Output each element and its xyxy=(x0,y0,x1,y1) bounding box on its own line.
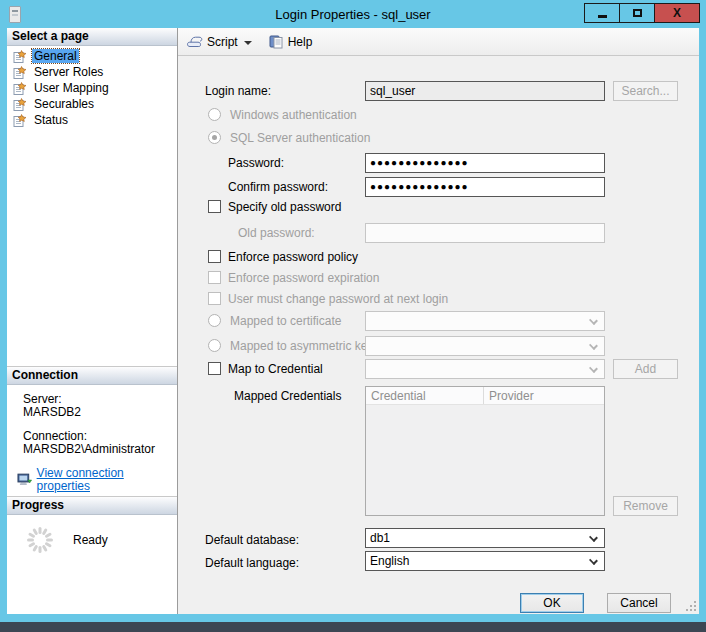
progress-header: Progress xyxy=(7,497,177,515)
login-properties-window: Login Properties - sql_user X Select a p… xyxy=(0,0,706,627)
default-database-combo[interactable]: db1 xyxy=(365,528,605,548)
default-database-label: Default database: xyxy=(205,533,299,547)
chevron-down-icon xyxy=(589,364,598,373)
progress-spinner-icon xyxy=(25,525,55,555)
add-button[interactable]: Add xyxy=(613,359,678,379)
ok-button[interactable]: OK xyxy=(520,593,584,613)
provider-column-header[interactable]: Provider xyxy=(484,387,604,404)
progress-status: Ready xyxy=(73,533,108,547)
cancel-button[interactable]: Cancel xyxy=(607,593,671,613)
main-panel: Script Help Login name: sql_user Search.… xyxy=(178,28,699,614)
script-dropdown-icon[interactable] xyxy=(244,41,252,45)
resize-grip[interactable] xyxy=(684,599,696,611)
script-icon xyxy=(186,35,203,49)
help-label: Help xyxy=(288,35,313,49)
view-connection-properties-link[interactable]: View connection properties xyxy=(37,467,177,493)
toolbar: Script Help xyxy=(178,28,699,56)
login-name-input[interactable]: sql_user xyxy=(365,81,605,101)
windows-auth-label: Windows authentication xyxy=(230,108,357,122)
titlebar: Login Properties - sql_user X xyxy=(0,0,706,28)
page-icon xyxy=(13,66,27,79)
must-change-label: User must change password at next login xyxy=(228,292,448,306)
sidebar-item-label: Securables xyxy=(32,97,96,111)
chevron-down-icon xyxy=(589,533,598,542)
map-credential-combo[interactable] xyxy=(365,359,605,379)
confirm-password-label: Confirm password: xyxy=(228,180,328,194)
sidebar-item-label: Server Roles xyxy=(32,65,105,79)
mapped-credentials-label: Mapped Credentials xyxy=(234,389,341,403)
maximize-icon xyxy=(633,9,642,17)
sidebar-item-server-roles[interactable]: Server Roles xyxy=(7,64,177,80)
password-label: Password: xyxy=(228,156,284,170)
mapped-asym-key-radio[interactable] xyxy=(208,339,221,352)
page-icon xyxy=(13,98,27,111)
specify-old-password-label: Specify old password xyxy=(228,200,341,214)
sidebar-item-label: General xyxy=(32,49,79,63)
confirm-password-input[interactable]: ●●●●●●●●●●●●●● xyxy=(365,177,605,197)
default-language-combo[interactable]: English xyxy=(365,551,605,571)
maximize-button[interactable] xyxy=(619,3,655,23)
login-name-label: Login name: xyxy=(205,84,271,98)
mapped-certificate-radio[interactable] xyxy=(208,314,221,327)
default-language-value: English xyxy=(370,554,409,568)
remove-button[interactable]: Remove xyxy=(613,496,678,516)
script-button[interactable]: Script xyxy=(186,35,258,49)
close-icon: X xyxy=(673,6,681,20)
sidebar: Select a page General Server Roles User … xyxy=(7,28,178,614)
mapped-credentials-table[interactable]: Credential Provider xyxy=(365,386,605,516)
mapped-certificate-label: Mapped to certificate xyxy=(230,314,341,328)
script-label: Script xyxy=(207,35,238,49)
connection-header: Connection xyxy=(7,367,177,385)
sidebar-item-label: User Mapping xyxy=(32,81,111,95)
enforce-policy-checkbox[interactable] xyxy=(208,250,221,263)
select-a-page-header: Select a page xyxy=(7,28,177,46)
credential-column-header[interactable]: Credential xyxy=(366,387,484,404)
old-password-input[interactable] xyxy=(365,223,605,243)
mapped-asym-key-combo[interactable] xyxy=(365,336,605,356)
sidebar-item-user-mapping[interactable]: User Mapping xyxy=(7,80,177,96)
specify-old-password-checkbox[interactable] xyxy=(208,200,221,213)
chevron-down-icon xyxy=(589,556,598,565)
chevron-down-icon xyxy=(589,341,598,350)
enforce-expiration-checkbox[interactable] xyxy=(208,271,221,284)
page-icon xyxy=(13,50,27,63)
desktop-edge xyxy=(0,622,706,627)
map-credential-checkbox[interactable] xyxy=(208,362,221,375)
mapped-certificate-combo[interactable] xyxy=(365,311,605,331)
help-button[interactable]: Help xyxy=(268,34,317,49)
enforce-expiration-label: Enforce password expiration xyxy=(228,271,379,285)
close-button[interactable]: X xyxy=(654,3,700,23)
default-language-label: Default language: xyxy=(205,556,299,570)
enforce-policy-label: Enforce password policy xyxy=(228,250,358,264)
password-input[interactable]: ●●●●●●●●●●●●●● xyxy=(365,153,605,173)
map-credential-label: Map to Credential xyxy=(228,362,323,376)
chevron-down-icon xyxy=(589,316,598,325)
page-icon xyxy=(13,114,27,127)
sidebar-item-label: Status xyxy=(32,113,70,127)
page-icon xyxy=(13,82,27,95)
sidebar-item-status[interactable]: Status xyxy=(7,112,177,128)
mapped-asym-key-label: Mapped to asymmetric key xyxy=(230,339,373,353)
connection-properties-icon xyxy=(17,473,33,487)
minimize-icon xyxy=(598,15,607,18)
old-password-label: Old password: xyxy=(238,226,315,240)
server-value: MARSDB2 xyxy=(23,406,177,419)
sql-auth-label: SQL Server authentication xyxy=(230,131,370,145)
sidebar-item-securables[interactable]: Securables xyxy=(7,96,177,112)
minimize-button[interactable] xyxy=(584,3,620,23)
default-database-value: db1 xyxy=(370,531,390,545)
sidebar-item-general[interactable]: General xyxy=(7,48,177,64)
connection-value: MARSDB2\Administrator xyxy=(23,443,177,456)
search-button[interactable]: Search... xyxy=(613,81,678,101)
must-change-checkbox[interactable] xyxy=(208,292,221,305)
sql-auth-radio[interactable] xyxy=(208,131,221,144)
windows-auth-radio[interactable] xyxy=(208,108,221,121)
help-icon xyxy=(268,34,284,49)
